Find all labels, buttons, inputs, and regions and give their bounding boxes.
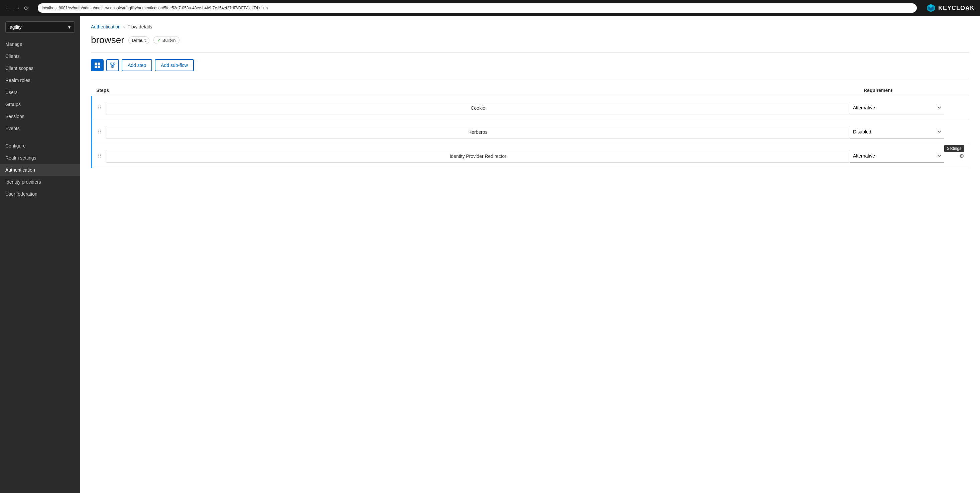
forward-button[interactable]: →: [15, 5, 20, 11]
sidebar-item-groups[interactable]: Groups: [0, 98, 80, 110]
row-actions-ipr: Settings ⚙: [951, 153, 964, 159]
svg-rect-4: [98, 62, 100, 65]
badge-builtin: ✓ Built-in: [153, 36, 180, 44]
table-view-button[interactable]: [91, 59, 103, 71]
toolbar-divider: [91, 78, 969, 78]
sidebar: agility ▾ Manage Clients Client scopes R…: [0, 16, 80, 493]
url-bar[interactable]: localhost:8081/cv/auth/admin/master/cons…: [38, 3, 917, 13]
sidebar-item-user-federation[interactable]: User federation: [0, 188, 80, 200]
realm-selector[interactable]: agility ▾: [5, 21, 75, 33]
back-button[interactable]: ←: [5, 5, 11, 11]
sidebar-item-realm-roles[interactable]: Realm roles: [0, 74, 80, 86]
realm-name: agility: [10, 24, 22, 30]
sidebar-item-configure[interactable]: Configure: [0, 140, 80, 152]
toolbar: Add step Add sub-flow: [91, 59, 969, 71]
url-text: localhost:8081/cv/auth/admin/master/cons…: [42, 6, 268, 10]
table-header: Steps Requirement: [91, 85, 969, 96]
requirement-cell-cookie: Alternative Required Conditional Disable…: [850, 102, 951, 114]
tooltip-label: Settings: [944, 145, 964, 152]
step-box-ipr: Identity Provider Redirector: [106, 150, 850, 163]
add-subflow-button[interactable]: Add sub-flow: [155, 59, 194, 71]
svg-rect-7: [110, 63, 112, 64]
builtin-check-icon: ✓: [157, 37, 161, 43]
sidebar-item-sessions[interactable]: Sessions: [0, 110, 80, 123]
col-requirement-header: Requirement: [864, 88, 964, 93]
page-header: browser Default ✓ Built-in: [91, 35, 969, 45]
requirement-select-cookie[interactable]: Alternative Required Conditional Disable…: [850, 102, 944, 114]
col-steps-header: Steps: [96, 88, 864, 93]
header-divider: [91, 52, 969, 53]
step-name-ipr: Identity Provider Redirector: [106, 150, 850, 163]
settings-tooltip: Settings ⚙: [959, 153, 964, 159]
requirement-cell-ipr: Alternative Required Conditional Disable…: [850, 150, 951, 163]
sidebar-item-users[interactable]: Users: [0, 86, 80, 98]
breadcrumb: Authentication › Flow details: [91, 24, 969, 29]
topbar: ← → ⟳ localhost:8081/cv/auth/admin/maste…: [0, 0, 980, 16]
requirement-select-ipr[interactable]: Alternative Required Conditional Disable…: [850, 150, 944, 163]
breadcrumb-authentication-link[interactable]: Authentication: [91, 24, 121, 29]
table-view-icon: [94, 62, 100, 68]
svg-rect-5: [95, 65, 97, 68]
table-row: ⠿ Kerberos Alternative Required Conditio…: [92, 120, 969, 144]
diagram-view-button[interactable]: [106, 59, 119, 71]
drag-handle-ipr[interactable]: ⠿: [98, 153, 102, 159]
keycloak-logo-icon: [926, 3, 935, 13]
logo-text: KEYCLOAK: [938, 5, 975, 12]
sidebar-item-client-scopes[interactable]: Client scopes: [0, 62, 80, 74]
page-title: browser: [91, 35, 124, 45]
sidebar-item-events[interactable]: Events: [0, 123, 80, 134]
svg-rect-6: [98, 65, 100, 68]
step-box-kerberos: Kerberos: [106, 126, 850, 139]
step-name-kerberos: Kerberos: [106, 126, 850, 139]
table-row: ⠿ Identity Provider Redirector Alternati…: [92, 144, 969, 168]
main-content: Authentication › Flow details browser De…: [80, 16, 980, 493]
svg-rect-9: [111, 66, 113, 67]
requirement-select-kerberos[interactable]: Alternative Required Conditional Disable…: [850, 126, 944, 139]
refresh-button[interactable]: ⟳: [24, 5, 29, 11]
drag-handle-kerberos[interactable]: ⠿: [98, 129, 102, 135]
requirement-cell-kerberos: Alternative Required Conditional Disable…: [850, 126, 951, 139]
breadcrumb-separator: ›: [123, 24, 125, 29]
flow-container: ⠿ Cookie Alternative Required Conditiona…: [91, 96, 969, 168]
sidebar-item-authentication[interactable]: Authentication: [0, 164, 80, 176]
table-row: ⠿ Cookie Alternative Required Conditiona…: [92, 96, 969, 120]
add-step-button[interactable]: Add step: [122, 59, 152, 71]
realm-dropdown-icon: ▾: [68, 24, 70, 30]
sidebar-item-identity-providers[interactable]: Identity providers: [0, 176, 80, 188]
svg-rect-8: [113, 63, 115, 64]
sidebar-item-clients[interactable]: Clients: [0, 50, 80, 62]
logo: KEYCLOAK: [926, 3, 975, 13]
step-box-cookie: Cookie: [106, 102, 850, 114]
settings-button-ipr[interactable]: ⚙: [959, 153, 964, 159]
step-name-cookie: Cookie: [106, 102, 850, 114]
sidebar-item-realm-settings[interactable]: Realm settings: [0, 152, 80, 164]
drag-handle-cookie[interactable]: ⠿: [98, 105, 102, 111]
diagram-view-icon: [110, 62, 116, 68]
breadcrumb-current: Flow details: [127, 24, 152, 29]
svg-rect-3: [95, 62, 97, 65]
main-layout: agility ▾ Manage Clients Client scopes R…: [0, 16, 980, 493]
badge-default: Default: [128, 37, 150, 44]
sidebar-item-manage[interactable]: Manage: [0, 38, 80, 50]
